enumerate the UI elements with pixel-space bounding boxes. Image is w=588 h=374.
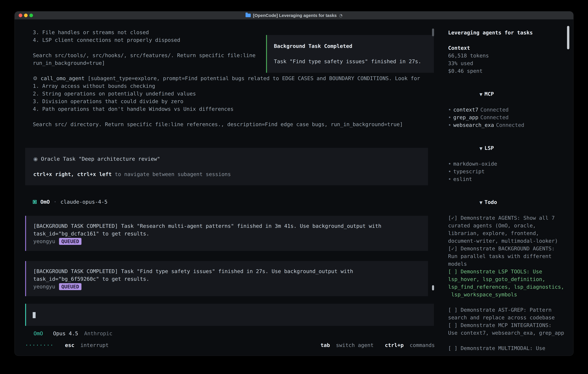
tab-key-hint: tab [320,342,330,348]
chevron-down-icon: ▼ [480,92,483,97]
agent-session-header: OmO · claude-opus-4-5 [33,198,428,206]
terminal-line: Search src/ directory. Return specific f… [33,120,428,128]
prompt-input[interactable] [25,304,434,326]
oracle-task-title: Oracle Task "Deep architecture review" [41,156,160,162]
window-title-text: [OpenCode] Leveraging agents for tasks [253,13,337,18]
record-icon: ◉ [33,156,38,162]
gear-icon: ⚙ [33,75,37,81]
terminal-line [33,113,428,120]
titlebar: [OpenCode] Leveraging agents for tasks ◔ [15,11,573,20]
close-button[interactable] [19,14,22,17]
message-author: yeongyu [33,238,55,245]
message-text: [BACKGROUND TASK COMPLETED] Task "Find t… [33,267,420,275]
agent-name: OmO [40,198,50,206]
todo-list: [✓] Demonstrate AGENTS: Show all 7 curat… [448,214,566,352]
mcp-list: •context7Connected•grep_appConnected•web… [448,106,566,129]
toast-title: Background Task Completed [274,42,428,50]
message-card: [BACKGROUND TASK COMPLETED] Task "Resear… [25,216,428,251]
desktop: [OpenCode] Leveraging agents for tasks ◔… [0,0,588,374]
terminal-line: 1. Array access without bounds checking [33,82,428,90]
lsp-section-header[interactable]: ▼LSP [448,136,566,160]
terminal-line: 4. Path operations that don't handle Win… [33,105,428,113]
status-bar: ········ esc interrupt tab switch agent … [15,337,442,356]
esc-key-label: interrupt [80,342,109,348]
todo-item: [✓] Demonstrate BACKGROUND AGENTS: Run p… [448,245,566,268]
toast-body: Task "Find type safety issues" finished … [274,58,428,65]
minimize-button[interactable] [24,14,28,17]
lsp-server-item: •eslint [448,175,566,183]
terminal-line: 3. Division operations that could divide… [33,97,428,105]
status-badge: QUEUED [59,238,82,245]
lsp-server-item: •typescript [448,168,566,175]
scrollbar-thumb[interactable] [567,26,569,49]
text-cursor [33,312,36,318]
todo-item: [ ] Demonstrate MULTIMODAL: Use [448,344,566,352]
chevron-down-icon: ▼ [480,200,483,205]
todo-item: [ ] Demonstrate LSP TOOLS: Use lsp_hover… [448,268,566,298]
notification-toast: Background Task Completed Task "Find typ… [266,35,434,73]
provider-label: Anthropic [84,331,112,336]
sidebar: Leveraging agents for tasks Context 66,5… [442,20,573,356]
window-title: [OpenCode] Leveraging agents for tasks ◔ [246,13,343,18]
scrollbar-thumb[interactable] [432,29,434,36]
chevron-down-icon: ▼ [480,146,483,151]
agent-model: claude-opus-4-5 [61,198,107,206]
tab-key-label: switch agent [336,342,374,348]
todo-section-header[interactable]: ▼Todo [448,191,566,214]
lsp-list: •markdown-oxide•typescript•eslint [448,160,566,183]
message-author: yeongyu [33,283,55,291]
message-text: task_id="bg_6f59260c" to get results. [33,275,420,283]
message-text: [BACKGROUND TASK COMPLETED] Task "Resear… [33,222,420,230]
separator-dot: · [53,198,57,206]
mcp-server-item: •websearch_exaConnected [448,121,566,129]
session-progress-icon: ◔ [339,13,342,18]
tool-call-name: call_omo_agent [41,75,84,81]
main-scrollbar[interactable] [432,20,434,356]
terminal-window: [OpenCode] Leveraging agents for tasks ◔… [14,11,574,356]
spinner-dots: ········ [25,342,54,348]
oracle-task-panel: ◉ Oracle Task "Deep architecture review"… [25,148,428,185]
scrollbar-thumb[interactable] [432,285,434,291]
terminal-main-pane: 3. File handles or streams not closed4. … [15,20,442,356]
terminal-line: 2. String operations on potentially unde… [33,90,428,97]
mcp-server-item: •grep_appConnected [448,114,566,121]
oracle-navigation-hint: ctrl+x right, ctrl+x left to navigate be… [33,170,420,178]
active-model-label: Opus 4.5 [53,331,78,336]
todo-item: [ ] Demonstrate AST-GREP: Pattern search… [448,306,566,321]
context-used: 33% used [448,59,566,67]
session-title: Leveraging agents for tasks [448,29,566,36]
esc-key-hint: esc [65,342,74,348]
sidebar-scrollbar[interactable] [567,26,569,344]
message-card: [BACKGROUND TASK COMPLETED] Task "Find t… [25,261,428,296]
tool-call-args: [subagent_type=explore, prompt=Find pote… [84,75,420,81]
context-heading: Context [448,44,566,52]
todo-item: [✓] Demonstrate AGENTS: Show all 7 curat… [448,214,566,245]
mcp-server-item: •context7Connected [448,106,566,114]
folder-icon [246,14,251,17]
lsp-server-item: •markdown-oxide [448,160,566,168]
todo-item: [ ] Demonstrate MCP INTEGRATIONS: Use co… [448,321,566,337]
model-info-line: OmO Opus 4.5 Anthropic [33,330,442,337]
context-spent: $0.46 spent [448,67,566,75]
status-badge: QUEUED [59,283,82,290]
commands-key-hint: ctrl+p [385,342,404,348]
commands-key-label: commands [410,342,435,348]
message-text: task_id="bg_dcfac161" to get results. [33,230,420,238]
active-agent-label: OmO [33,331,43,336]
window-controls [19,11,33,19]
context-tokens: 66,518 tokens [448,52,566,59]
tool-call-header: ⚙ call_omo_agent [subagent_type=explore,… [33,74,428,82]
zoom-button[interactable] [29,14,33,17]
mcp-section-header[interactable]: ▼MCP [448,83,566,106]
agent-icon [33,200,37,204]
tool-call-lines: 1. Array access without bounds checking2… [33,82,428,128]
